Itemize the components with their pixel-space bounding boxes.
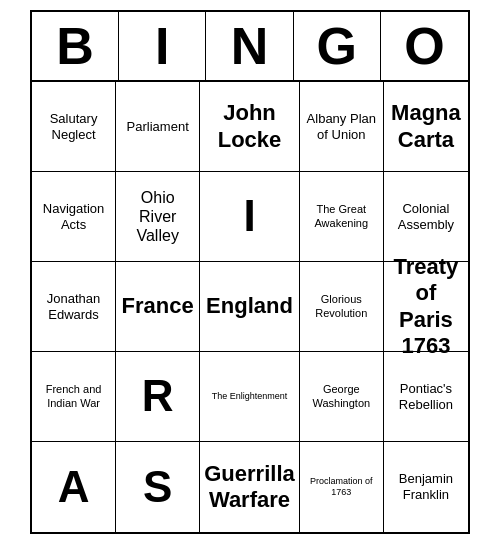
cell-r3-c3: George Washington [300, 352, 384, 442]
cell-r2-c2: England [200, 262, 299, 352]
header-letter-n: N [206, 12, 293, 80]
cell-r0-c3: Albany Plan of Union [300, 82, 384, 172]
bingo-grid: Salutary NeglectParliamentJohn LockeAlba… [32, 82, 468, 532]
cell-r0-c4: Magna Carta [384, 82, 468, 172]
cell-r4-c1: S [116, 442, 200, 532]
cell-r1-c3: The Great Awakening [300, 172, 384, 262]
header-letter-i: I [119, 12, 206, 80]
bingo-card: BINGO Salutary NeglectParliamentJohn Loc… [30, 10, 470, 534]
cell-r1-c2: I [200, 172, 299, 262]
cell-r2-c4: Treaty of Paris 1763 [384, 262, 468, 352]
cell-r3-c0: French and Indian War [32, 352, 116, 442]
cell-r3-c2: The Enlightenment [200, 352, 299, 442]
cell-r1-c0: Navigation Acts [32, 172, 116, 262]
cell-r2-c3: Glorious Revolution [300, 262, 384, 352]
cell-r0-c0: Salutary Neglect [32, 82, 116, 172]
header-letter-o: O [381, 12, 468, 80]
header-letter-g: G [294, 12, 381, 80]
cell-r4-c4: Benjamin Franklin [384, 442, 468, 532]
cell-r4-c3: Proclamation of 1763 [300, 442, 384, 532]
cell-r0-c1: Parliament [116, 82, 200, 172]
cell-r1-c1: Ohio River Valley [116, 172, 200, 262]
cell-r4-c2: Guerrilla Warfare [200, 442, 299, 532]
cell-r1-c4: Colonial Assembly [384, 172, 468, 262]
header-letter-b: B [32, 12, 119, 80]
cell-r2-c0: Jonathan Edwards [32, 262, 116, 352]
cell-r4-c0: A [32, 442, 116, 532]
cell-r2-c1: France [116, 262, 200, 352]
cell-r0-c2: John Locke [200, 82, 299, 172]
cell-r3-c4: Pontiac's Rebellion [384, 352, 468, 442]
bingo-header: BINGO [32, 12, 468, 82]
cell-r3-c1: R [116, 352, 200, 442]
